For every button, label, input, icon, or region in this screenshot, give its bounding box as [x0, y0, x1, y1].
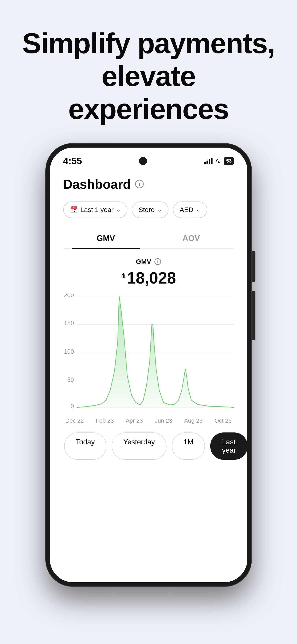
dashboard-title: Dashboard — [63, 177, 131, 192]
date-filter-chip[interactable]: 📅 Last 1 year ⌄ — [63, 202, 127, 218]
signal-bar-4 — [211, 158, 213, 164]
bottom-pills: Today Yesterday 1M Last year — [63, 432, 234, 460]
svg-text:100: 100 — [64, 348, 74, 355]
currency-chevron-icon: ⌄ — [196, 206, 201, 213]
chart-svg: 200 150 100 50 0 — [63, 294, 234, 414]
signal-bar-2 — [207, 160, 208, 164]
hero-section: Simplify payments, elevate experiences — [0, 27, 297, 126]
dashboard-header: Dashboard i — [63, 177, 234, 192]
chart-container: 200 150 100 50 0 — [63, 294, 234, 428]
tab-aov[interactable]: AOV — [149, 229, 234, 248]
svg-text:50: 50 — [67, 376, 74, 383]
pill-1m-label: 1M — [184, 438, 193, 446]
currency-filter-label: AED — [180, 206, 194, 214]
gmv-label-row: GMV i — [63, 258, 234, 266]
signal-bars-icon — [204, 158, 213, 164]
phone-screen: 4:55 ∿ 53 Dashboard — [50, 148, 247, 582]
store-filter-chip[interactable]: Store ⌄ — [132, 202, 169, 218]
tabs-row: GMV AOV — [63, 229, 234, 249]
signal-bar-3 — [209, 159, 210, 164]
signal-bar-1 — [204, 162, 206, 164]
tab-gmv-label: GMV — [96, 234, 115, 243]
phone-wrapper: 4:55 ∿ 53 Dashboard — [46, 144, 251, 586]
pill-yesterday[interactable]: Yesterday — [112, 432, 167, 460]
gmv-label-text: GMV — [136, 258, 151, 266]
x-label-jun23: Jun 23 — [155, 417, 172, 424]
phone-frame: 4:55 ∿ 53 Dashboard — [46, 144, 251, 586]
battery-badge: 53 — [224, 157, 234, 165]
tab-aov-label: AOV — [182, 234, 200, 243]
svg-text:200: 200 — [64, 294, 74, 298]
gmv-info-icon[interactable]: i — [154, 258, 161, 265]
tab-gmv[interactable]: GMV — [63, 229, 149, 248]
x-label-feb23: Feb 23 — [96, 417, 114, 424]
hero-title: Simplify payments, elevate experiences — [18, 27, 279, 126]
info-icon-label: i — [139, 181, 140, 187]
store-filter-label: Store — [139, 206, 155, 214]
status-icons: ∿ 53 — [204, 157, 234, 165]
calendar-icon: 📅 — [70, 206, 78, 213]
currency-filter-chip[interactable]: AED ⌄ — [173, 202, 207, 218]
x-label-aug23: Aug 23 — [184, 417, 203, 424]
pill-yesterday-label: Yesterday — [123, 438, 155, 446]
filter-row: 📅 Last 1 year ⌄ Store ⌄ AED ⌄ — [63, 202, 234, 218]
pill-last-year-label: Last year — [222, 438, 236, 454]
status-bar: 4:55 ∿ 53 — [50, 148, 247, 170]
x-label-apr23: Apr 23 — [126, 417, 143, 424]
pill-last-year[interactable]: Last year — [210, 432, 247, 460]
gmv-section: GMV i ₼18,028 — [63, 258, 234, 287]
x-label-dec22: Dec 22 — [65, 417, 84, 424]
date-chevron-icon: ⌄ — [116, 206, 121, 213]
date-filter-label: Last 1 year — [80, 206, 113, 214]
camera-dot — [139, 157, 147, 165]
svg-text:150: 150 — [64, 319, 74, 327]
info-icon[interactable]: i — [135, 180, 144, 188]
status-time: 4:55 — [63, 156, 82, 166]
wifi-icon: ∿ — [215, 157, 221, 165]
pill-today[interactable]: Today — [64, 432, 106, 460]
chart-x-labels: Dec 22 Feb 23 Apr 23 Jun 23 Aug 23 Oct 2… — [63, 417, 234, 424]
pill-today-label: Today — [76, 438, 95, 446]
x-label-oct23: Oct 23 — [215, 417, 232, 424]
pill-1m[interactable]: 1M — [172, 432, 205, 460]
screen-content: Dashboard i 📅 Last 1 year ⌄ Store ⌄ — [50, 170, 247, 582]
store-chevron-icon: ⌄ — [157, 206, 162, 213]
svg-text:0: 0 — [70, 402, 74, 410]
gmv-value: ₼18,028 — [63, 267, 234, 287]
